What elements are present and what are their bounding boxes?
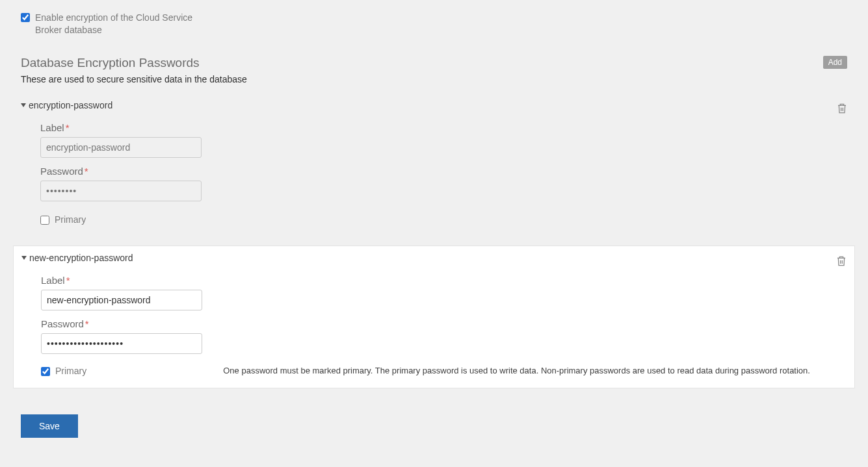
label-field-label: Label*: [40, 122, 847, 133]
block-toggle[interactable]: new-encryption-password: [21, 253, 847, 267]
password-input[interactable]: [40, 181, 202, 201]
primary-checkbox[interactable]: [40, 216, 49, 225]
label-field-label: Label*: [41, 275, 847, 286]
block-name: new-encryption-password: [29, 253, 133, 263]
block-toggle[interactable]: encryption-password: [21, 100, 847, 114]
caret-down-icon: [21, 256, 27, 260]
block-name: encryption-password: [29, 100, 112, 110]
required-mark: *: [85, 166, 88, 177]
section-subtitle: These are used to secure sensitive data …: [0, 70, 868, 84]
required-mark: *: [66, 275, 70, 286]
primary-description: One password must be marked primary. The…: [86, 366, 839, 375]
delete-icon[interactable]: [836, 255, 847, 267]
password-block: new-encryption-password Label* Password*: [13, 246, 855, 388]
add-button[interactable]: Add: [823, 56, 847, 69]
enable-encryption-checkbox[interactable]: [21, 13, 30, 22]
label-input[interactable]: [41, 290, 202, 310]
delete-icon[interactable]: [837, 103, 847, 114]
section-title: Database Encryption Passwords: [21, 56, 200, 70]
required-mark: *: [85, 318, 89, 329]
primary-label: Primary: [55, 366, 86, 376]
enable-encryption-label: Enable encryption of the Cloud Service B…: [35, 12, 208, 36]
password-field-label: Password*: [41, 318, 847, 329]
required-mark: *: [66, 122, 70, 133]
caret-down-icon: [21, 103, 26, 107]
primary-checkbox[interactable]: [41, 367, 50, 376]
save-button[interactable]: Save: [21, 414, 78, 438]
primary-label: Primary: [55, 214, 86, 225]
password-input[interactable]: [41, 333, 202, 354]
password-field-label: Password*: [40, 166, 847, 177]
password-block: encryption-password Label* Password* Pri…: [13, 94, 855, 236]
label-input[interactable]: [40, 137, 202, 158]
